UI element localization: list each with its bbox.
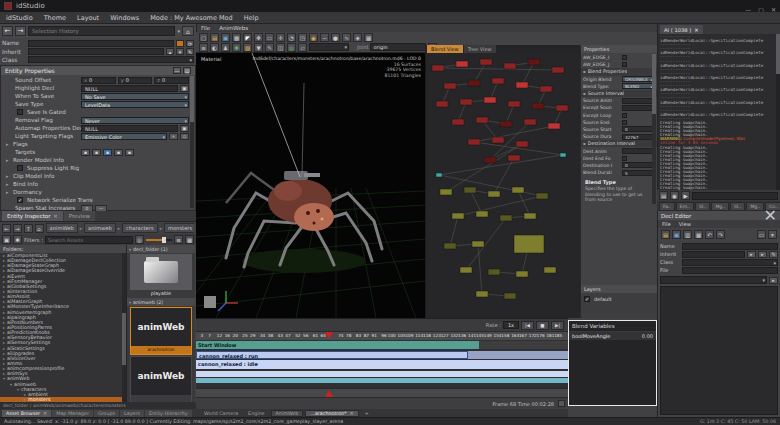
graph-node[interactable] — [540, 86, 552, 92]
paint-icon[interactable]: ▼ — [254, 43, 263, 52]
path-icon[interactable]: ∿ — [342, 33, 351, 42]
value-field[interactable]: 5 — [622, 170, 655, 176]
graph-node[interactable] — [452, 119, 464, 125]
graph-node[interactable] — [514, 235, 544, 253]
graph-node[interactable] — [444, 243, 456, 249]
console-filter-tab[interactable]: Em.. — [676, 202, 694, 211]
dropdown[interactable]: No Save▾ — [81, 93, 189, 100]
graph-node[interactable] — [440, 189, 452, 195]
clip-icon[interactable]: ▱ — [298, 43, 307, 52]
grid-icon[interactable]: ▦ — [364, 33, 373, 42]
blend-graph-canvas[interactable] — [426, 53, 581, 318]
viewport-widget[interactable] — [204, 296, 216, 308]
target-button[interactable]: ▪ — [125, 149, 134, 156]
layers-icon[interactable]: ≡ — [199, 43, 208, 52]
playhead-icon[interactable] — [325, 332, 333, 339]
target-button[interactable]: ▪ — [114, 149, 123, 156]
value-field[interactable]: 0 — [622, 162, 655, 168]
open-icon[interactable]: ▤ — [661, 230, 670, 239]
tab-preview[interactable]: Preview — [64, 211, 95, 221]
decl-next-button[interactable]: ▸ — [758, 251, 767, 258]
blend-variable-row[interactable]: boolMoveAngle0.00 — [569, 332, 656, 341]
menu-layout[interactable]: Layout — [77, 14, 99, 22]
value-field[interactable] — [622, 105, 655, 111]
tab-layers[interactable]: Layers — [120, 410, 144, 417]
step-up-icon[interactable]: ▴ — [166, 48, 174, 55]
checkbox[interactable]: ✓ — [584, 296, 590, 302]
edit-icon[interactable]: ✎ — [186, 48, 194, 55]
redo-icon[interactable]: ↷ — [716, 230, 725, 239]
lock-icon[interactable]: ◉ — [309, 33, 318, 42]
breadcrumb-item[interactable]: monsters — [164, 223, 194, 233]
graph-node[interactable] — [500, 215, 512, 221]
graph-node[interactable] — [492, 137, 504, 143]
mesh-icon[interactable]: ▧ — [243, 43, 252, 52]
folder-tree[interactable]: ▸aiComponentList▸aiDamageDeclCollection▸… — [0, 253, 126, 402]
light-icon[interactable]: ● — [331, 33, 340, 42]
asset-tile-animweb[interactable]: animWebarachnotron — [130, 307, 192, 355]
decl-field[interactable]: NULL — [81, 85, 178, 92]
options-icon[interactable]: ▾ — [768, 230, 777, 239]
selection-history-dropdown[interactable]: Selection History — [28, 26, 175, 36]
home-icon[interactable]: ⌂ — [35, 224, 44, 233]
cursor-icon[interactable]: ◤ — [243, 33, 252, 42]
coordinate-field[interactable]: y0 — [118, 77, 153, 84]
caret-icon[interactable]: ▸ — [6, 181, 13, 187]
graph-node[interactable] — [444, 83, 456, 89]
decl-prev-button[interactable]: ▸ — [747, 251, 756, 258]
menu-help[interactable]: Help — [244, 14, 259, 22]
target-icon[interactable]: ◎ — [287, 43, 296, 52]
list-view-icon[interactable]: ≡ — [174, 235, 183, 244]
tab-groups[interactable]: Groups — [94, 410, 119, 417]
value-field[interactable]: 0 — [622, 126, 655, 132]
name-input[interactable] — [28, 40, 174, 47]
search-icon[interactable]: ◎ — [135, 235, 144, 244]
grid-view-icon[interactable]: ▦ — [185, 235, 194, 244]
console-filter-tab[interactable]: Mg.. — [711, 202, 729, 211]
close-icon[interactable]: ✕ — [350, 410, 354, 416]
save-icon[interactable]: ▣ — [221, 33, 230, 42]
graph-node[interactable] — [468, 80, 480, 86]
save-icon[interactable]: ▣ — [672, 230, 681, 239]
refresh-icon[interactable]: ⟳ — [186, 40, 194, 47]
graph-node[interactable] — [488, 269, 500, 275]
apply-button[interactable]: ▸ — [769, 277, 778, 284]
value-field[interactable] — [622, 98, 655, 104]
graph-node[interactable] — [484, 157, 496, 163]
edit-icon[interactable]: ✎ — [769, 251, 778, 258]
graph-node[interactable] — [532, 103, 544, 109]
graph-node[interactable] — [488, 191, 500, 197]
menu-theme[interactable]: Theme — [44, 14, 66, 22]
graph-node[interactable] — [504, 293, 516, 299]
graph-node[interactable] — [472, 241, 484, 247]
close-icon[interactable]: ✕ — [53, 213, 57, 219]
asset-tile-animweb[interactable]: animWeb — [130, 356, 192, 402]
graph-node[interactable] — [504, 63, 516, 69]
console-filter-tab[interactable]: Mg.. — [746, 202, 764, 211]
translate-icon[interactable]: ✛ — [276, 33, 285, 42]
paste-icon[interactable]: ▦ — [694, 230, 703, 239]
scrollbar[interactable] — [776, 34, 780, 190]
property-section-destination-interval[interactable]: ▪Destination Interval — [581, 140, 657, 147]
checkbox[interactable] — [17, 109, 23, 115]
asset-section-header[interactable]: ▾decl_folder (1) — [127, 245, 195, 253]
rotate-icon[interactable]: ◔ — [287, 33, 296, 42]
timeline-scrubber[interactable] — [196, 388, 568, 397]
checkbox[interactable] — [622, 156, 627, 161]
menu-idstudio[interactable]: idStudio — [6, 14, 33, 22]
graph-node[interactable] — [516, 82, 528, 88]
select-box-icon[interactable]: ▭ — [265, 33, 274, 42]
graph-node[interactable] — [436, 173, 442, 177]
target-button[interactable]: ▪ — [81, 149, 90, 156]
history-button[interactable] — [176, 40, 184, 47]
graph-node[interactable] — [500, 121, 512, 127]
graph-node[interactable] — [512, 187, 524, 193]
save-all-icon[interactable]: ▩ — [232, 33, 241, 42]
graph-node[interactable] — [552, 67, 564, 73]
menu-file[interactable]: File — [662, 221, 671, 227]
transport-button[interactable]: ▶| — [551, 321, 564, 330]
pen-icon[interactable]: ✎ — [265, 43, 274, 52]
viewport-canvas[interactable] — [196, 53, 425, 318]
tab-entity-hierarchy[interactable]: Entity Hierarchy — [145, 410, 192, 417]
target-button[interactable]: ▪ — [103, 149, 112, 156]
